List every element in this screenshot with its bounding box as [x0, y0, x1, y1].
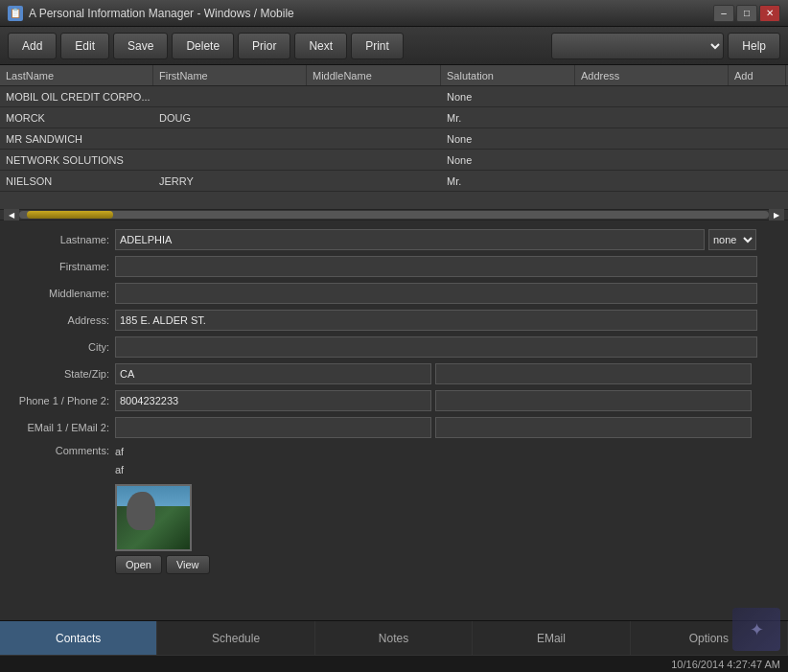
- table-header: LastName FirstName MiddleName Salutation…: [0, 65, 788, 86]
- search-dropdown[interactable]: [551, 33, 724, 59]
- firstname-row: Firstname:: [0, 255, 788, 278]
- tab-email[interactable]: EMail: [473, 621, 630, 656]
- salutation-select[interactable]: none Mr. Mrs. Ms. Dr.: [708, 229, 756, 250]
- lastname-input[interactable]: [115, 229, 705, 250]
- open-button[interactable]: Open: [115, 555, 162, 574]
- watermark: ✦: [732, 608, 780, 651]
- phone-row: Phone 1 / Phone 2:: [0, 389, 788, 412]
- view-button[interactable]: View: [166, 555, 210, 574]
- firstname-label: Firstname:: [0, 261, 115, 272]
- phone-label: Phone 1 / Phone 2:: [0, 395, 115, 406]
- window-title: A Personal Information Manager - Windows…: [29, 7, 707, 20]
- header-address: Address: [575, 65, 729, 85]
- print-button[interactable]: Print: [351, 33, 404, 59]
- table-scroll[interactable]: MOBIL OIL CREDIT CORPO... None MORCK DOU…: [0, 86, 788, 209]
- table-row[interactable]: NIELSON JERRY Mr.: [0, 171, 788, 192]
- next-button[interactable]: Next: [294, 33, 347, 59]
- city-input[interactable]: [115, 336, 757, 358]
- tab-notes[interactable]: Notes: [315, 621, 473, 656]
- tab-schedule[interactable]: Schedule: [157, 621, 314, 656]
- cell-lastname: MORCK: [0, 112, 153, 124]
- email-row: EMail 1 / EMail 2:: [0, 416, 788, 439]
- middlename-label: Middlename:: [0, 288, 115, 299]
- maximize-button[interactable]: □: [736, 5, 757, 22]
- cell-lastname: MOBIL OIL CREDIT CORPO...: [0, 91, 153, 103]
- firstname-input[interactable]: [115, 256, 757, 277]
- cell-lastname: NETWORK SOLUTIONS: [0, 154, 153, 166]
- table-row[interactable]: NETWORK SOLUTIONS None: [0, 150, 788, 171]
- city-row: City:: [0, 336, 788, 359]
- header-lastname: LastName: [0, 65, 153, 85]
- cell-salutation: None: [441, 154, 575, 166]
- cell-firstname: JERRY: [153, 175, 307, 187]
- scroll-left-arrow[interactable]: ◀: [4, 209, 19, 220]
- cell-firstname: DOUG: [153, 112, 307, 124]
- delete-button[interactable]: Delete: [172, 33, 234, 59]
- phone2-input[interactable]: [435, 390, 752, 411]
- table-row[interactable]: MOBIL OIL CREDIT CORPO... None: [0, 86, 788, 107]
- address-input[interactable]: [115, 310, 757, 331]
- scroll-track[interactable]: [19, 211, 769, 219]
- comments-text-line2: af: [115, 461, 788, 479]
- comments-text-line1: af: [115, 443, 788, 461]
- cell-salutation: Mr.: [441, 112, 575, 124]
- comments-content: af af Open View: [115, 443, 788, 574]
- lastname-field-group: none Mr. Mrs. Ms. Dr.: [115, 229, 756, 250]
- comments-label: Comments:: [0, 443, 115, 574]
- header-addr2: Add: [729, 65, 786, 85]
- cell-lastname: NIELSON: [0, 175, 153, 187]
- email1-input[interactable]: [115, 417, 431, 438]
- city-label: City:: [0, 341, 115, 353]
- title-bar: 📋 A Personal Information Manager - Windo…: [0, 0, 788, 27]
- window-controls: – □ ✕: [713, 5, 780, 22]
- table-row[interactable]: MR SANDWICH None: [0, 128, 788, 150]
- cell-salutation: None: [441, 91, 575, 103]
- toolbar: Add Edit Save Delete Prior Next Print He…: [0, 27, 788, 65]
- image-buttons: Open View: [115, 555, 788, 574]
- close-button[interactable]: ✕: [759, 5, 780, 22]
- cell-salutation: Mr.: [441, 175, 575, 187]
- zip-input[interactable]: [435, 363, 752, 384]
- state-input[interactable]: [115, 363, 431, 384]
- middlename-input[interactable]: [115, 283, 757, 304]
- phone1-input[interactable]: [115, 390, 431, 411]
- middlename-row: Middlename:: [0, 282, 788, 305]
- minimize-button[interactable]: –: [713, 5, 734, 22]
- horizontal-scrollbar[interactable]: ◀ ▶: [0, 209, 788, 220]
- help-button[interactable]: Help: [728, 33, 780, 59]
- main-content: LastName FirstName MiddleName Salutation…: [0, 65, 788, 672]
- inner-content: LastName FirstName MiddleName Salutation…: [0, 65, 788, 620]
- edit-button[interactable]: Edit: [60, 33, 109, 59]
- image-rock: [127, 492, 155, 530]
- cell-salutation: None: [441, 133, 575, 145]
- address-row: Address:: [0, 309, 788, 332]
- status-bar: 10/16/2014 4:27:47 AM: [0, 655, 788, 672]
- scroll-thumb[interactable]: [27, 211, 113, 219]
- statezip-row: State/Zip:: [0, 362, 788, 385]
- tabs-bar: Contacts Schedule Notes EMail Options: [0, 620, 788, 655]
- scroll-right-arrow[interactable]: ▶: [769, 209, 784, 220]
- watermark-logo: ✦: [732, 608, 780, 651]
- cell-lastname: MR SANDWICH: [0, 133, 153, 145]
- statezip-label: State/Zip:: [0, 368, 115, 380]
- contact-form: Lastname: none Mr. Mrs. Ms. Dr. Firstnam…: [0, 220, 788, 586]
- address-label: Address:: [0, 314, 115, 326]
- comments-row: Comments: af af Open View: [0, 443, 788, 574]
- tab-contacts[interactable]: Contacts: [0, 621, 157, 656]
- save-button[interactable]: Save: [113, 33, 168, 59]
- contact-table: LastName FirstName MiddleName Salutation…: [0, 65, 788, 209]
- lastname-row: Lastname: none Mr. Mrs. Ms. Dr.: [0, 228, 788, 251]
- comments-image: [115, 484, 192, 551]
- header-middlename: MiddleName: [307, 65, 441, 85]
- table-row[interactable]: MORCK DOUG Mr.: [0, 107, 788, 128]
- status-datetime: 10/16/2014 4:27:47 AM: [671, 659, 780, 670]
- add-button[interactable]: Add: [8, 33, 57, 59]
- prior-button[interactable]: Prior: [238, 33, 290, 59]
- email2-input[interactable]: [435, 417, 752, 438]
- email-label: EMail 1 / EMail 2:: [0, 422, 115, 433]
- header-firstname: FirstName: [153, 65, 307, 85]
- header-salutation: Salutation: [441, 65, 575, 85]
- app-icon: 📋: [8, 6, 23, 21]
- lastname-label: Lastname:: [0, 234, 115, 245]
